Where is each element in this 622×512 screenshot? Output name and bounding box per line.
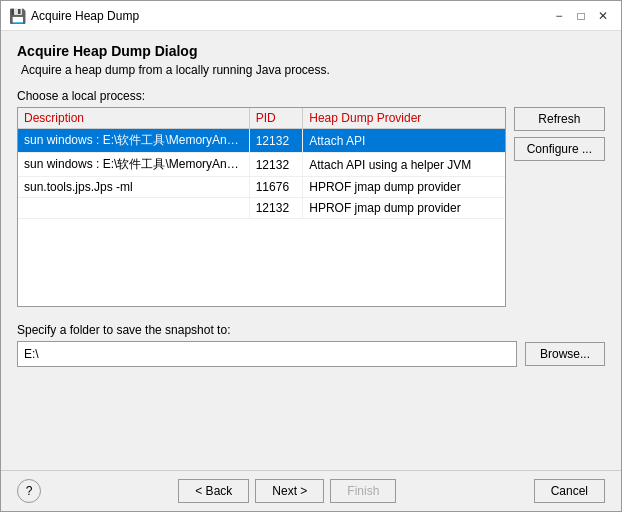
folder-section-label: Specify a folder to save the snapshot to… [17,323,605,337]
col-description: Description [18,108,249,129]
process-table: Description PID Heap Dump Provider sun w… [18,108,505,219]
table-header-row: Description PID Heap Dump Provider [18,108,505,129]
minimize-button[interactable]: − [549,7,569,25]
window-controls: − □ ✕ [549,7,613,25]
dialog-title: Acquire Heap Dump Dialog [17,43,605,59]
help-button[interactable]: ? [17,479,41,503]
back-button[interactable]: < Back [178,479,249,503]
table-row[interactable]: sun.tools.jps.Jps -ml11676HPROF jmap dum… [18,177,505,198]
table-row[interactable]: sun windows : E:\软件工具\MemoryAnal...12132… [18,129,505,153]
table-row[interactable]: sun windows : E:\软件工具\MemoryAnal...12132… [18,153,505,177]
window-title: Acquire Heap Dump [31,9,549,23]
bottom-bar: ? < Back Next > Finish Cancel [1,470,621,511]
dialog-content: Acquire Heap Dump Dialog Acquire a heap … [1,31,621,470]
folder-input[interactable] [17,341,517,367]
process-area: Description PID Heap Dump Provider sun w… [17,107,605,307]
title-bar: 💾 Acquire Heap Dump − □ ✕ [1,1,621,31]
folder-row: Browse... [17,341,605,367]
next-button[interactable]: Next > [255,479,324,503]
right-buttons: Refresh Configure ... [514,107,605,307]
col-provider: Heap Dump Provider [303,108,505,129]
nav-buttons: < Back Next > Finish [41,479,534,503]
finish-button[interactable]: Finish [330,479,396,503]
close-button[interactable]: ✕ [593,7,613,25]
cancel-button[interactable]: Cancel [534,479,605,503]
main-window: 💾 Acquire Heap Dump − □ ✕ Acquire Heap D… [0,0,622,512]
process-table-container[interactable]: Description PID Heap Dump Provider sun w… [17,107,506,307]
col-pid: PID [249,108,303,129]
browse-button[interactable]: Browse... [525,342,605,366]
maximize-button[interactable]: □ [571,7,591,25]
refresh-button[interactable]: Refresh [514,107,605,131]
folder-section: Specify a folder to save the snapshot to… [17,323,605,367]
table-row[interactable]: 12132HPROF jmap dump provider [18,198,505,219]
window-icon: 💾 [9,8,25,24]
configure-button[interactable]: Configure ... [514,137,605,161]
process-section-label: Choose a local process: [17,89,605,103]
dialog-subtitle: Acquire a heap dump from a locally runni… [17,63,605,77]
